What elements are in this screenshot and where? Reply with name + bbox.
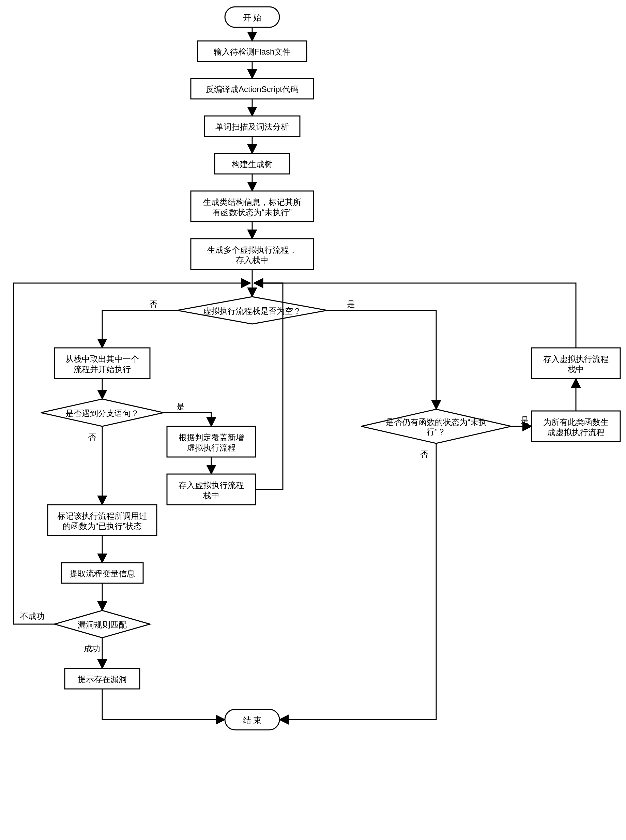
node-build-tree-label: 构建生成树 bbox=[232, 160, 272, 169]
decision-branch-stmt-label: 是否遇到分支语句？ bbox=[66, 408, 139, 418]
edge-label-yes-3: 是 bbox=[521, 415, 529, 425]
node-report-vuln-label: 提示存在漏洞 bbox=[78, 675, 127, 684]
node-mark-executed: 标记该执行流程所调用过 的函数为“已执行”状态 bbox=[48, 505, 157, 535]
node-push-stack-2: 存入虚拟执行流程 栈中 bbox=[532, 348, 620, 378]
node-pop-flow-label2: 流程并开始执行 bbox=[74, 364, 131, 374]
edge-label-success: 成功 bbox=[84, 644, 100, 653]
node-gen-func-flows-label2: 成虚拟执行流程 bbox=[547, 428, 604, 437]
node-push-stack-2-label1: 存入虚拟执行流程 bbox=[543, 354, 609, 364]
node-mark-executed-label1: 标记该执行流程所调用过 bbox=[57, 511, 147, 520]
node-input-file-label: 输入待检测Flash文件 bbox=[214, 47, 291, 56]
edge-label-yes-2: 是 bbox=[177, 402, 185, 411]
node-class-info-label2: 有函数状态为“未执行” bbox=[213, 208, 292, 217]
node-gen-func-flows: 为所有此类函数生 成虚拟执行流程 bbox=[532, 411, 620, 442]
node-input-file: 输入待检测Flash文件 bbox=[198, 41, 307, 61]
node-report-vuln: 提示存在漏洞 bbox=[65, 669, 140, 689]
edge-label-no-1: 否 bbox=[149, 300, 157, 309]
node-push-stack-1-label1: 存入虚拟执行流程 bbox=[178, 480, 244, 490]
node-add-flow-label1: 根据判定覆盖新增 bbox=[178, 433, 244, 442]
node-end-label: 结 束 bbox=[243, 716, 262, 725]
node-class-info-label1: 生成类结构信息，标记其所 bbox=[203, 198, 301, 207]
node-gen-flows-label2: 存入栈中 bbox=[236, 256, 269, 265]
decision-stack-empty-label: 虚拟执行流程栈是否为空？ bbox=[203, 306, 301, 316]
node-lexical-label: 单词扫描及词法分析 bbox=[215, 122, 289, 131]
decision-branch-stmt: 是否遇到分支语句？ bbox=[41, 399, 164, 426]
node-push-stack-1: 存入虚拟执行流程 栈中 bbox=[167, 474, 255, 505]
node-lexical: 单词扫描及词法分析 bbox=[205, 116, 300, 137]
node-pop-flow: 从栈中取出其中一个 流程并开始执行 bbox=[55, 348, 150, 378]
node-push-stack-1-label2: 栈中 bbox=[203, 491, 219, 500]
edge-label-yes-1: 是 bbox=[347, 300, 355, 309]
decision-rule-match-label: 漏洞规则匹配 bbox=[78, 620, 127, 629]
decision-remaining-unexec: 是否仍有函数的状态为“未执 行”？ bbox=[361, 409, 511, 443]
node-start: 开 始 bbox=[225, 7, 279, 27]
node-start-label: 开 始 bbox=[243, 13, 262, 22]
node-gen-flows-label1: 生成多个虚拟执行流程， bbox=[207, 245, 297, 254]
edge-label-fail: 不成功 bbox=[20, 611, 45, 621]
node-mark-executed-label2: 的函数为“已执行”状态 bbox=[63, 521, 142, 531]
decision-stack-empty: 虚拟执行流程栈是否为空？ bbox=[177, 297, 327, 324]
edge-label-no-3: 否 bbox=[420, 449, 428, 459]
node-push-stack-2-label2: 栈中 bbox=[567, 364, 584, 374]
node-gen-flows: 生成多个虚拟执行流程， 存入栈中 bbox=[191, 239, 313, 269]
node-decompile: 反编译成ActionScript代码 bbox=[191, 79, 313, 99]
node-decompile-label: 反编译成ActionScript代码 bbox=[206, 85, 299, 94]
decision-remaining-unexec-label1: 是否仍有函数的状态为“未执 bbox=[386, 418, 487, 427]
node-build-tree: 构建生成树 bbox=[215, 154, 290, 174]
decision-rule-match: 漏洞规则匹配 bbox=[55, 611, 150, 638]
node-pop-flow-label1: 从栈中取出其中一个 bbox=[66, 354, 139, 364]
node-extract-vars: 提取流程变量信息 bbox=[61, 563, 143, 583]
edge-label-no-2: 否 bbox=[88, 432, 96, 442]
node-end: 结 束 bbox=[225, 710, 279, 730]
node-gen-func-flows-label1: 为所有此类函数生 bbox=[543, 418, 609, 427]
node-class-info: 生成类结构信息，标记其所 有函数状态为“未执行” bbox=[191, 191, 313, 222]
node-add-flow-label2: 虚拟执行流程 bbox=[187, 443, 236, 452]
node-add-flow: 根据判定覆盖新增 虚拟执行流程 bbox=[167, 426, 255, 457]
decision-remaining-unexec-label2: 行”？ bbox=[427, 427, 446, 436]
flowchart-diagram: 开 始 输入待检测Flash文件 反编译成ActionScript代码 单词扫描… bbox=[0, 0, 626, 840]
node-extract-vars-label: 提取流程变量信息 bbox=[69, 569, 135, 578]
